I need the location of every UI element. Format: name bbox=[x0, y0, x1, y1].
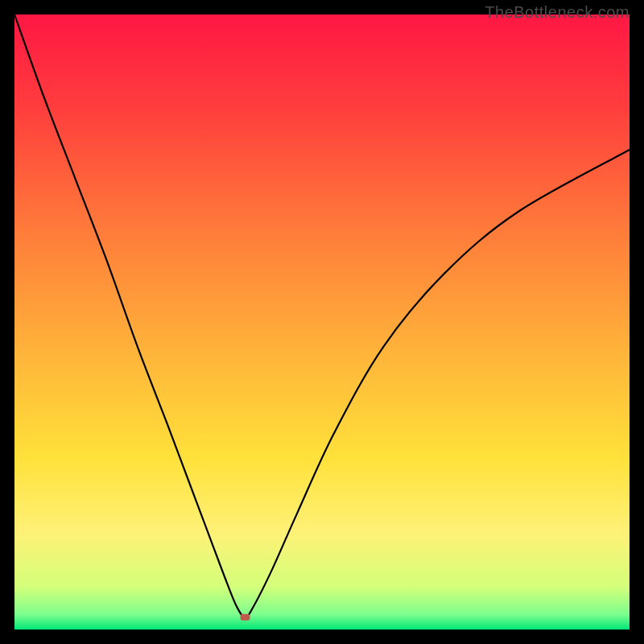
chart-background bbox=[14, 14, 630, 630]
bottleneck-chart bbox=[14, 14, 630, 630]
chart-area bbox=[14, 14, 630, 630]
optimum-marker bbox=[241, 614, 250, 621]
watermark-text: TheBottleneck.com bbox=[485, 3, 630, 22]
